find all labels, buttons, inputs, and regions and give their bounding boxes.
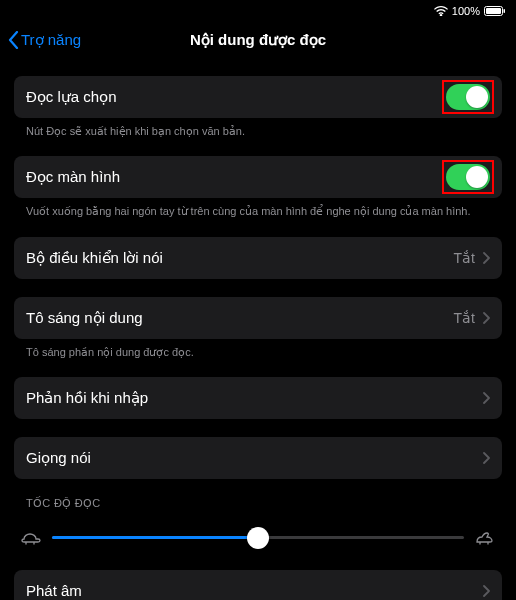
speaking-rate-row (14, 516, 502, 560)
wifi-icon (434, 6, 448, 16)
typing-feedback-row[interactable]: Phản hồi khi nhập (14, 377, 502, 419)
voices-label: Giọng nói (26, 449, 91, 467)
chevron-right-icon (483, 252, 490, 264)
tortoise-icon (20, 531, 42, 545)
highlight-content-label: Tô sáng nội dung (26, 309, 143, 327)
highlight-box (442, 160, 494, 194)
svg-rect-1 (486, 8, 501, 14)
status-bar: 100% (0, 0, 516, 22)
nav-bar: Trợ năng Nội dung được đọc (0, 22, 516, 58)
speech-controller-label: Bộ điều khiển lời nói (26, 249, 163, 267)
voices-row[interactable]: Giọng nói (14, 437, 502, 479)
back-button[interactable]: Trợ năng (8, 31, 81, 49)
highlight-content-footer: Tô sáng phần nội dung được đọc. (14, 339, 502, 359)
speak-screen-row: Đọc màn hình (14, 156, 502, 198)
speak-selection-label: Đọc lựa chọn (26, 88, 117, 106)
chevron-right-icon (483, 585, 490, 597)
chevron-right-icon (483, 392, 490, 404)
chevron-right-icon (483, 312, 490, 324)
hare-icon (474, 531, 496, 545)
chevron-right-icon (483, 452, 490, 464)
typing-feedback-label: Phản hồi khi nhập (26, 389, 148, 407)
speak-screen-label: Đọc màn hình (26, 168, 120, 186)
highlight-content-row[interactable]: Tô sáng nội dung Tắt (14, 297, 502, 339)
highlight-box (442, 80, 494, 114)
pronunciation-label: Phát âm (26, 582, 82, 599)
back-label: Trợ năng (21, 31, 81, 49)
page-title: Nội dung được đọc (190, 31, 326, 49)
speak-selection-toggle[interactable] (446, 84, 490, 110)
battery-icon (484, 6, 506, 16)
pronunciation-row[interactable]: Phát âm (14, 570, 502, 600)
speech-controller-value: Tắt (454, 250, 475, 266)
speak-screen-footer: Vuốt xuống bằng hai ngón tay từ trên cùn… (14, 198, 502, 218)
highlight-content-value: Tắt (454, 310, 475, 326)
svg-rect-2 (504, 9, 506, 13)
speak-selection-footer: Nút Đọc sẽ xuất hiện khi bạn chọn văn bả… (14, 118, 502, 138)
battery-percentage: 100% (452, 5, 480, 17)
slider-thumb[interactable] (247, 527, 269, 549)
speak-selection-row: Đọc lựa chọn (14, 76, 502, 118)
speaking-rate-header: TỐC ĐỘ ĐỌC (14, 479, 502, 516)
speech-controller-row[interactable]: Bộ điều khiển lời nói Tắt (14, 237, 502, 279)
speak-screen-toggle[interactable] (446, 164, 490, 190)
speaking-rate-slider[interactable] (52, 524, 464, 552)
